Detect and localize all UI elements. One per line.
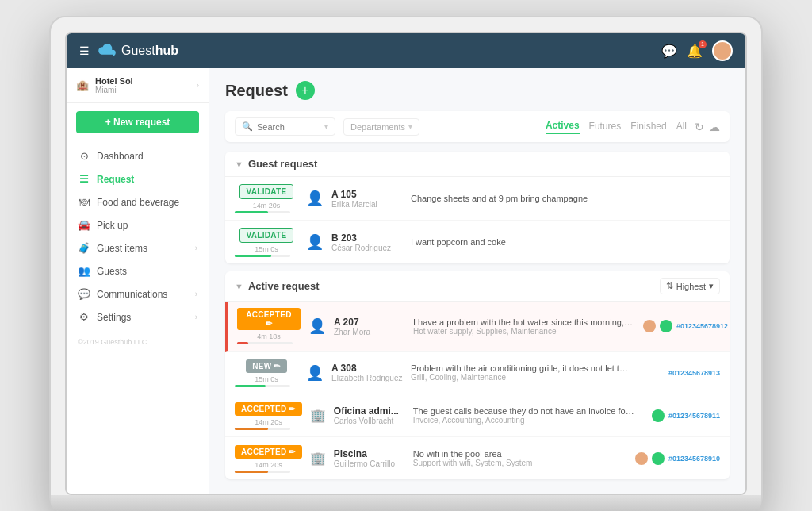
tab-all[interactable]: All [676,121,687,133]
request-name: Erika Marcial [331,200,403,209]
progress-bar [235,211,290,213]
sidebar-navigation: ⊙ Dashboard ☰ Request 🍽 Food and beverag… [67,141,209,332]
page-title: Request [225,82,288,100]
dashboard-icon: ⊙ [78,150,90,162]
active-request-section: ▼ Active request ⇅ Highest ▾ ACCEPTED [225,271,730,479]
timer-active-3: 14m 20s [235,418,302,426]
request-room-active-1: A 207 [334,317,405,328]
sidebar-item-communications[interactable]: 💬 Communications › [67,282,209,305]
progress-active-1 [237,342,293,344]
request-row-active-3: ACCEPTED ✏ 14m 20s 🏢 Oficina [225,394,730,437]
request-desc-sub-active-4: Support with wifi, System, System [413,459,627,467]
top-nav-right: 💬 🔔 1 [661,40,733,61]
request-name-active-2: Elizabeth Rodriguez [331,374,403,382]
department-select[interactable]: Departaments ▾ [343,118,419,136]
request-info-active-2: A 308 Elizabeth Rodriguez [331,363,403,382]
notifications-icon[interactable]: 🔔 1 [687,44,703,59]
progress-active-3 [235,428,290,430]
meta-tag-1: #012345678912 [676,322,728,330]
cloud-sync-icon[interactable]: ☁ [709,121,720,133]
guestitems-chevron-icon: › [195,244,197,252]
status-badge-accepted-1: ACCEPTED ✏ 4m 18s [237,308,301,344]
accepted-badge-3[interactable]: ACCEPTED ✏ [235,402,302,416]
sidebar-label-pickup: Pick up [97,220,128,231]
add-request-button[interactable]: + [296,81,315,100]
active-section-toggle[interactable]: ▼ [235,282,243,291]
request-room-active-4: Piscina [334,448,405,459]
sidebar-item-settings[interactable]: ⚙ Settings › [67,305,209,328]
request-desc-main-active-2: Problem with the air conditioning grille… [411,363,633,373]
search-input[interactable] [257,122,320,132]
validate-badge-2[interactable]: VALIDATE [239,228,294,243]
filter-actions: ↻ ☁ [695,121,720,133]
validate-badge[interactable]: VALIDATE [239,184,294,199]
request-desc-active-4: No wifi in the pool area Support with wi… [413,449,627,467]
guest-section-toggle[interactable]: ▼ [235,159,243,169]
chat-icon[interactable]: 💬 [661,44,677,59]
user-avatar[interactable] [712,40,733,61]
status-badge-accepted-4: ACCEPTED ✏ 14m 20s [235,444,302,473]
sidebar-label-food: Food and beverage [97,197,179,208]
status-badge-validate: VALIDATE 14m 20s [235,183,298,213]
request-room-active-3: Oficina admi... [334,405,405,417]
person-icon-active-1: 👤 [308,317,326,335]
accepted-badge-1[interactable]: ACCEPTED ✏ [237,308,301,330]
hotel-icon: 🏨 [76,79,89,91]
search-chevron-icon: ▾ [324,122,328,131]
sidebar-label-guestitems: Guest items [97,243,147,254]
hotel-chevron-icon: › [197,81,199,90]
request-name-active-4: Guillermo Carrillo [334,459,405,468]
guest-section-title: Guest request [248,158,317,170]
sidebar-item-pickup[interactable]: 🚘 Pick up [67,213,209,236]
request-desc-main-2: I want popcorn and coke [411,237,633,247]
sidebar-item-request[interactable]: ☰ Request [67,167,209,190]
timer-active-4: 14m 20s [235,461,302,469]
content-header: Request + [225,81,730,100]
building-icon-3: 🏢 [310,408,326,423]
meta-avatar-4 [635,452,648,465]
sidebar-label-guests: Guests [97,266,127,277]
hamburger-icon[interactable]: ☰ [79,44,90,57]
new-badge[interactable]: NEW ✏ [246,359,287,373]
sort-chevron-icon: ▾ [709,281,714,291]
request-name-2: César Rodriguez [331,244,403,252]
refresh-icon[interactable]: ↻ [695,121,704,133]
request-name-active-1: Zhar Mora [334,328,405,336]
sidebar-item-dashboard[interactable]: ⊙ Dashboard [67,144,209,167]
building-icon-4: 🏢 [310,451,326,466]
progress-active-4 [235,471,290,473]
request-row-active-1: ACCEPTED ✏ 4m 18s 👤 A 207 [225,302,730,352]
timer-text: 14m 20s [235,202,298,209]
tab-finished[interactable]: Finished [630,121,666,133]
request-info-2: B 203 César Rodriguez [331,232,403,252]
timer-text-2: 15m 0s [235,245,298,253]
sort-icon: ⇅ [666,281,673,291]
guest-section-header: ▼ Guest request [225,152,730,177]
request-description: Change sheets and at 9 pm bring champagn… [411,194,720,203]
hotel-location: Miami [95,86,133,94]
active-section-header: ▼ Active request ⇅ Highest ▾ [225,271,730,302]
timer-active-2: 15m 0s [235,375,298,383]
meta-avatar-green-3 [652,409,665,422]
tab-actives[interactable]: Actives [546,120,580,134]
sidebar-item-guest-items[interactable]: 🧳 Guest items › [67,236,209,259]
request-desc-active-1: I have a problem with the hot water sinc… [413,317,635,336]
settings-icon: ⚙ [78,311,90,323]
request-meta-active-4: #012345678910 [635,452,720,465]
sort-dropdown[interactable]: ⇅ Highest ▾ [660,278,720,294]
hotel-info[interactable]: 🏨 Hotel Sol Miami › [67,68,209,103]
new-request-button[interactable]: + New request [76,111,199,133]
status-badge-validate-2: VALIDATE 15m 0s [235,227,298,257]
sidebar: 🏨 Hotel Sol Miami › + New request ⊙ Dash… [67,68,209,494]
sidebar-item-guests[interactable]: 👥 Guests [67,259,209,282]
accepted-badge-4[interactable]: ACCEPTED ✏ [235,445,302,459]
app-logo: Guesthub [98,44,178,58]
person-icon-active-2: 👤 [306,364,324,382]
request-desc-main: Change sheets and at 9 pm bring champagn… [411,194,633,203]
request-info: A 105 Erika Marcial [331,189,403,209]
tab-futures[interactable]: Futures [589,121,622,133]
sidebar-item-food[interactable]: 🍽 Food and beverage [67,190,209,213]
hotel-text: Hotel Sol Miami [95,76,133,94]
request-row-active-2: NEW ✏ 15m 0s 👤 A 308 [225,352,730,394]
timer-active-1: 4m 18s [237,332,301,340]
